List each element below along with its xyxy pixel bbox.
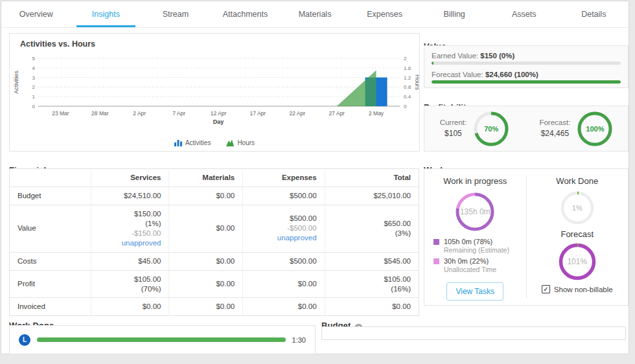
svg-text:27 Apr: 27 Apr <box>329 110 345 117</box>
svg-text:Hours: Hours <box>414 74 421 91</box>
tab-expenses[interactable]: Expenses <box>350 1 420 27</box>
svg-text:2 May: 2 May <box>369 110 384 117</box>
table-row-costs: Costs$45.00$0.00$500.00$545.00 <box>10 252 419 270</box>
table-cell: $0.00 <box>169 205 243 252</box>
row-label: Profit <box>10 270 91 298</box>
row-label: Value <box>10 205 91 252</box>
tab-insights[interactable]: Insights <box>71 1 141 27</box>
bar-chart-icon <box>174 139 182 146</box>
table-cell: $105.00(16%) <box>325 270 419 298</box>
cell-line: $0.00 <box>177 191 235 201</box>
work-in-progress-ring: 135h 0m <box>455 192 495 232</box>
tab-details[interactable]: Details <box>559 1 629 27</box>
ring-center-value: 100% <box>577 111 612 146</box>
tab-assets[interactable]: Assets <box>489 1 559 27</box>
table-cell: $105.00(70%) <box>91 270 169 298</box>
table-cell: $0.00 <box>169 270 243 298</box>
cell-line: $105.00 <box>333 275 411 284</box>
forecast-amount: $24,465 <box>541 129 569 138</box>
legend-swatch <box>433 239 439 245</box>
chart-legend: ActivitiesHours <box>10 139 419 146</box>
svg-text:Activities: Activities <box>13 71 19 94</box>
svg-text:4: 4 <box>32 65 36 71</box>
current-amount: $105 <box>444 129 462 138</box>
tab-overview[interactable]: Overview <box>1 1 71 27</box>
cell-line: $0.00 <box>251 279 316 289</box>
show-non-billable-label: Show non-billable <box>554 286 613 293</box>
cell-line: $0.00 <box>177 279 235 289</box>
svg-text:1: 1 <box>32 94 36 100</box>
value-panel: Earned Value: $150 (0%) Forecast Value: … <box>424 45 629 88</box>
show-non-billable-row: ✓ Show non-billable <box>542 285 613 293</box>
financials-header-row: ServicesMaterialsExpensesTotal <box>10 169 419 187</box>
main-card: OverviewInsightsStreamAttachmentsMateria… <box>1 1 629 354</box>
work-legend-row: 105h 0m (78%) <box>433 238 509 245</box>
ring-center-value: 135h 0m <box>455 192 495 232</box>
table-cell: $0.00 <box>325 298 419 316</box>
unapproved-link[interactable]: unapproved <box>99 238 161 248</box>
tab-attachments[interactable]: Attachments <box>211 1 281 27</box>
svg-text:2: 2 <box>32 84 36 90</box>
activities-hours-chart: 01234500.40.81.21.6223 Mar28 Mar2 Apr7 A… <box>10 53 421 130</box>
show-non-billable-checkbox[interactable]: ✓ <box>542 285 550 293</box>
table-cell: $0.00 <box>91 298 169 316</box>
work-done-duration-bar <box>37 337 286 342</box>
cell-line: -$150.00 <box>99 229 161 238</box>
column-header-empty <box>10 169 91 187</box>
legend-item-activities: Activities <box>174 139 211 146</box>
tab-stream[interactable]: Stream <box>141 1 211 27</box>
work-done-bottom-panel: L 1:30 <box>9 325 316 354</box>
cell-line: $0.00 <box>333 302 411 312</box>
table-row-invoiced: Invoiced$0.00$0.00$0.00$0.00 <box>10 298 419 316</box>
cell-line: (1%) <box>99 219 161 229</box>
tab-materials[interactable]: Materials <box>280 1 350 27</box>
ring-center-value: 101% <box>559 243 596 280</box>
profitability-forecast: Forecast:$24,465 100% <box>539 111 612 146</box>
table-cell: $0.00 <box>243 270 325 298</box>
tab-billing[interactable]: Billing <box>419 1 489 27</box>
table-cell: $25,010.00 <box>325 187 419 205</box>
legend-item-hours: Hours <box>226 139 255 146</box>
svg-text:3: 3 <box>32 75 36 81</box>
work-forecast-ring: 101% <box>559 243 596 280</box>
table-cell: $150.00(1%)-$150.00unapproved <box>91 205 169 252</box>
table-cell: $45.00 <box>91 252 169 270</box>
column-header-services: Services <box>91 169 169 187</box>
svg-text:17 Apr: 17 Apr <box>250 110 266 117</box>
cell-line: $650.00 <box>333 219 411 229</box>
legend-swatch <box>433 258 439 264</box>
cell-line: -$500.00 <box>251 223 316 233</box>
profitability-panel: Current:$105 70% Forecast:$24,465 100% <box>424 106 629 152</box>
svg-text:0: 0 <box>32 104 36 109</box>
table-cell: $650.00(3%) <box>325 205 419 252</box>
cell-line: $0.00 <box>177 256 235 266</box>
tab-bar: OverviewInsightsStreamAttachmentsMateria… <box>1 1 629 28</box>
table-cell: $500.00-$500.00unapproved <box>243 205 325 252</box>
financials-table: ServicesMaterialsExpensesTotal Budget$24… <box>9 168 419 316</box>
cell-line: $150.00 <box>99 209 161 219</box>
work-done-title: Work Done <box>556 176 598 186</box>
table-cell: $24,510.00 <box>91 187 169 205</box>
svg-text:7 Apr: 7 Apr <box>172 110 185 117</box>
table-cell: $0.00 <box>169 187 243 205</box>
cell-line: (16%) <box>333 284 411 294</box>
cell-line: $25,010.00 <box>333 191 411 201</box>
svg-text:2: 2 <box>404 56 407 62</box>
cell-line: $500.00 <box>251 191 316 201</box>
cell-line: $0.00 <box>177 223 235 233</box>
user-avatar: L <box>19 334 30 346</box>
svg-text:0.4: 0.4 <box>404 94 411 100</box>
svg-text:22 Apr: 22 Apr <box>289 110 305 117</box>
budget-input[interactable] <box>321 326 626 340</box>
work-done-time: 1:30 <box>292 336 306 344</box>
column-header-materials: Materials <box>169 169 243 187</box>
cell-line: $45.00 <box>99 256 161 266</box>
work-done-column: Work Done 1% Forecast 101% ✓ Show non-bi… <box>527 169 629 305</box>
unapproved-link[interactable]: unapproved <box>251 233 316 243</box>
row-label: Invoiced <box>10 298 91 316</box>
cell-line: $0.00 <box>251 302 316 312</box>
cell-line: $500.00 <box>251 256 316 266</box>
legend-value: 105h 0m (78%) <box>444 238 492 245</box>
view-tasks-button[interactable]: View Tasks <box>446 282 503 301</box>
legend-sublabel: Unallocated Time <box>444 266 509 273</box>
